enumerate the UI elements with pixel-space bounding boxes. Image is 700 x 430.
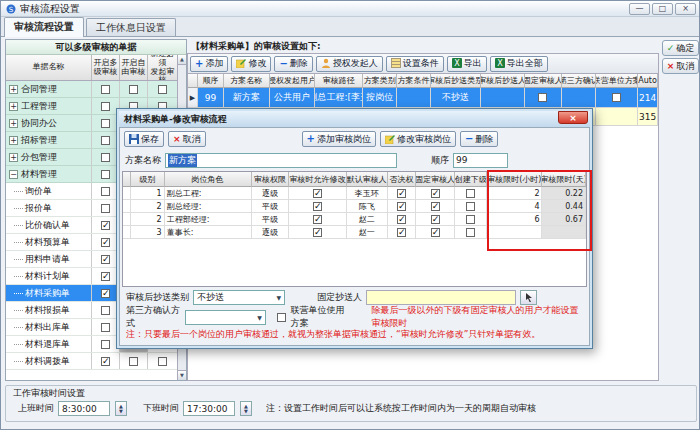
checkbox[interactable] xyxy=(466,189,475,198)
checkbox[interactable] xyxy=(101,357,110,366)
checkbox[interactable] xyxy=(313,189,322,198)
checkbox[interactable] xyxy=(431,228,440,237)
checkbox[interactable] xyxy=(466,215,475,224)
dialog-close-button[interactable]: × xyxy=(558,111,588,124)
spin-down-icon[interactable]: ▼ xyxy=(244,409,248,414)
export-button[interactable]: X导出 xyxy=(447,56,487,72)
grid-column-header: 审核时允许修改 xyxy=(289,172,346,187)
order-input[interactable]: 99 xyxy=(453,153,508,168)
checkbox[interactable] xyxy=(313,202,322,211)
joint-unit-checkbox[interactable] xyxy=(277,313,286,322)
dialog-title-bar: 材料采购单-修改审核流程 × xyxy=(119,111,590,127)
checkbox[interactable] xyxy=(158,85,167,94)
checkbox[interactable] xyxy=(101,289,110,298)
checkbox[interactable] xyxy=(397,228,406,237)
grid-cell: 副总经理: xyxy=(165,200,252,213)
cc-type-select[interactable]: 不抄送▼ xyxy=(193,290,285,305)
checkbox[interactable] xyxy=(101,102,110,111)
expand-icon[interactable]: + xyxy=(9,119,18,128)
audit-post-row[interactable]: 2副总经理:平级陈飞40.44 xyxy=(123,200,586,213)
checkbox[interactable] xyxy=(101,170,110,179)
tree-row[interactable]: +合同管理 xyxy=(6,81,178,98)
scroll-up-icon[interactable]: ▲ xyxy=(178,55,186,65)
expand-icon[interactable]: + xyxy=(9,136,18,145)
tree-row-label-cell: 材料出库单 xyxy=(6,319,92,335)
end-time-input[interactable]: 17:30:00 xyxy=(183,401,235,416)
save-button[interactable]: 保存 xyxy=(124,131,164,147)
checkbox[interactable] xyxy=(129,357,138,366)
checkbox[interactable] xyxy=(431,189,440,198)
end-time-spinner[interactable]: ▲▼ xyxy=(240,401,252,416)
scheme-name-input[interactable]: 新方案 xyxy=(165,153,397,168)
dialog-cancel-button[interactable]: × 取消 xyxy=(168,131,206,147)
checkbox[interactable] xyxy=(101,272,110,281)
checkbox[interactable] xyxy=(101,340,110,349)
checkbox[interactable] xyxy=(129,85,138,94)
set-condition-button[interactable]: 设置条件 xyxy=(386,56,444,72)
tab-rest-day[interactable]: 工作休息日设置 xyxy=(86,18,176,36)
checkbox[interactable] xyxy=(431,202,440,211)
checkbox[interactable] xyxy=(397,189,406,198)
spin-down-icon[interactable]: ▼ xyxy=(119,409,123,414)
start-time-spinner[interactable]: ▲▼ xyxy=(115,401,127,416)
delete-audit-post-button[interactable]: − 删除 xyxy=(460,131,498,147)
checkbox[interactable] xyxy=(466,228,475,237)
checkbox[interactable] xyxy=(466,202,475,211)
add-button[interactable]: +添加 xyxy=(190,56,228,72)
edit-audit-post-button[interactable]: 修改审核岗位 xyxy=(380,131,456,147)
checkbox[interactable] xyxy=(101,255,110,264)
authorize-initiator-button[interactable]: 授权发起人 xyxy=(316,56,383,72)
checkbox[interactable] xyxy=(158,357,167,366)
third-party-select[interactable]: ▼ xyxy=(185,310,266,325)
minimize-button[interactable]: — xyxy=(629,3,650,15)
tree-branch-line xyxy=(14,293,23,294)
scroll-down-icon[interactable]: ▼ xyxy=(178,370,186,380)
modify-button[interactable]: 修改 xyxy=(231,56,271,72)
checkbox[interactable] xyxy=(101,187,110,196)
scheme-column-header: 第三方确认 xyxy=(562,74,596,88)
expand-icon[interactable]: + xyxy=(9,153,18,162)
checkbox[interactable] xyxy=(612,93,621,102)
tab-audit-flow[interactable]: 审核流程设置 xyxy=(4,17,84,37)
checkbox[interactable] xyxy=(101,323,110,332)
expand-icon[interactable]: + xyxy=(9,85,18,94)
excel-icon: X xyxy=(495,58,505,70)
confirm-button[interactable]: ✓ 确定 xyxy=(662,40,699,56)
export-all-button[interactable]: X导出全部 xyxy=(490,56,548,72)
grid-cell: 4 xyxy=(487,200,542,213)
checkbox[interactable] xyxy=(101,153,110,162)
checkbox[interactable] xyxy=(397,215,406,224)
checkbox[interactable] xyxy=(101,221,110,230)
maximize-button[interactable]: □ xyxy=(652,3,673,15)
checkbox[interactable] xyxy=(431,215,440,224)
start-time-input[interactable]: 8:30:00 xyxy=(58,401,110,416)
checkbox[interactable] xyxy=(101,306,110,315)
checkbox[interactable] xyxy=(101,136,110,145)
main-area: 可以多级审核的单据 单据名称开启多级审核开启自由审核新建必须发起审核 +合同管理… xyxy=(1,37,699,429)
joint-unit-label: 联营单位使用方案 xyxy=(290,304,353,330)
expand-icon[interactable]: + xyxy=(9,102,18,111)
checkbox[interactable] xyxy=(101,119,110,128)
fixed-cc-input[interactable] xyxy=(366,290,516,305)
expand-icon[interactable]: − xyxy=(9,170,18,179)
checkbox[interactable] xyxy=(101,204,110,213)
checkbox[interactable] xyxy=(101,238,110,247)
close-button[interactable]: × xyxy=(675,3,696,15)
cancel-button[interactable]: × 取消 xyxy=(662,58,699,74)
checkbox[interactable] xyxy=(313,228,322,237)
audit-post-row[interactable]: 3董事长:逐级赵一 xyxy=(123,226,586,239)
checkbox[interactable] xyxy=(397,202,406,211)
grid-cell xyxy=(289,226,346,239)
delete-button[interactable]: −删除 xyxy=(274,56,312,72)
fixed-cc-picker-button[interactable] xyxy=(520,290,537,305)
checkbox[interactable] xyxy=(538,93,547,102)
tree-row[interactable]: 材料调拨单 xyxy=(6,353,178,370)
add-audit-post-button[interactable]: + 添加审核岗位 xyxy=(302,131,376,147)
checkbox[interactable] xyxy=(101,85,110,94)
chevron-down-icon: ▼ xyxy=(257,314,262,321)
audit-post-row[interactable]: 2工程部经理:平级赵二60.67 xyxy=(123,213,586,226)
scheme-row[interactable]: ▶99新方案公共用户副总工程:[李玉按岗位不抄送214 xyxy=(188,88,658,108)
checkbox[interactable] xyxy=(313,215,322,224)
tree-row-label: 协同办公 xyxy=(21,117,57,130)
audit-post-row[interactable]: 1副总工程:逐级李玉环20.22 xyxy=(123,187,586,200)
